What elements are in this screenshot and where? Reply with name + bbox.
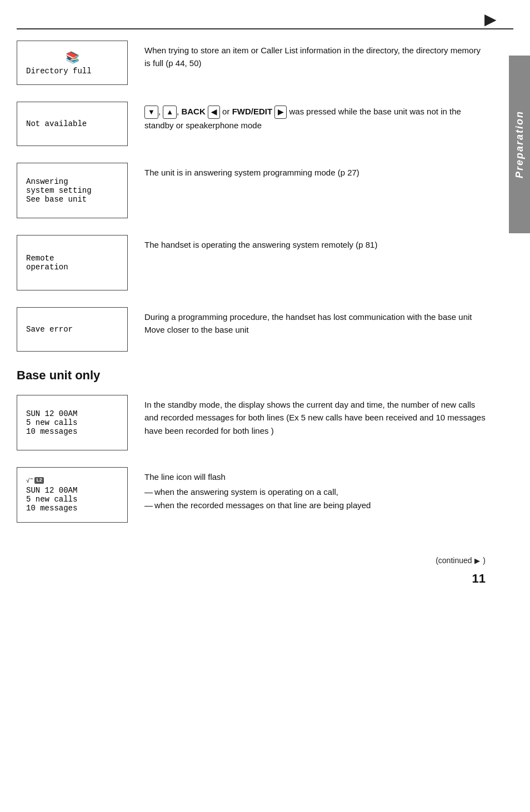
display-box-save-error: Save error (17, 307, 128, 352)
back-button: ◀ (208, 106, 220, 119)
desc-line-icon: The line icon will flash when the answer… (144, 467, 486, 512)
entry-row: Answering system setting See base unit T… (17, 163, 486, 218)
display-text-line1: Answering (26, 177, 68, 186)
side-tab-label: Preparation (514, 111, 526, 178)
section-header-base-unit: Base unit only (17, 368, 486, 383)
display-box-remote: Remote operation (17, 235, 128, 290)
main-content: 📚 Directory full When trying to store an… (0, 29, 530, 550)
fwdedit-button: ▶ (274, 106, 287, 119)
fwdedit-label: FWD/EDIT (232, 107, 273, 116)
display-text-line3: 10 messages (26, 504, 77, 513)
entry-row: Not available ▼, ▲, BACK ◀ or FWD/EDIT ▶… (17, 102, 486, 146)
entry-row: SUN 12 00AM 5 new calls 10 messages In t… (17, 395, 486, 450)
desc-intro: The line icon will flash (144, 472, 226, 482)
antenna-symbol: √˜ (26, 478, 33, 484)
list-item: when the answering system is operating o… (144, 485, 486, 498)
display-text-line3: 10 messages (26, 427, 77, 436)
display-box-not-available: Not available (17, 102, 128, 146)
top-arrow-icon: ▶ (484, 10, 497, 28)
back-label: BACK (181, 107, 205, 116)
desc-save-error: During a programming procedure, the hand… (144, 307, 486, 337)
line-icon-row: √˜ L2 (26, 477, 44, 485)
display-text-line3: See base unit (26, 195, 87, 204)
display-text-line2: 5 new calls (26, 418, 77, 427)
display-box-directory-full: 📚 Directory full (17, 41, 128, 85)
entry-row: Save error During a programming procedur… (17, 307, 486, 352)
display-box-answering: Answering system setting See base unit (17, 163, 128, 218)
display-text-line1: SUN 12 00AM (26, 486, 77, 495)
desc-answering: The unit is in answering system programm… (144, 163, 486, 179)
display-box-line-icon: √˜ L2 SUN 12 00AM 5 new calls 10 message… (17, 467, 128, 523)
display-box-standby: SUN 12 00AM 5 new calls 10 messages (17, 395, 128, 450)
desc-not-available: ▼, ▲, BACK ◀ or FWD/EDIT ▶ was pressed w… (144, 102, 486, 132)
desc-directory-full: When trying to store an item or Caller L… (144, 41, 486, 70)
line-icon-label: L2 (34, 477, 44, 484)
desc-remote: The handset is operating the answering s… (144, 235, 486, 251)
book-icon: 📚 (66, 51, 79, 64)
display-text-line2: 5 new calls (26, 495, 77, 504)
entry-row: √˜ L2 SUN 12 00AM 5 new calls 10 message… (17, 467, 486, 523)
footer-continued: (continued ▶ ) (0, 550, 530, 570)
display-text: Save error (26, 325, 73, 334)
continued-text: (continued ▶ ) (436, 556, 486, 565)
display-text-line2: system setting (26, 186, 92, 195)
list-item: when the recorded messages on that line … (144, 499, 486, 512)
entry-row: Remote operation The handset is operatin… (17, 235, 486, 290)
desc-standby: In the standby mode, the display shows t… (144, 395, 486, 437)
top-arrow-area: ▶ (0, 0, 530, 28)
display-text-line2: operation (26, 263, 68, 272)
entry-row: 📚 Directory full When trying to store an… (17, 41, 486, 85)
display-text-line1: Remote (26, 254, 54, 263)
up-button: ▲ (163, 106, 177, 119)
continued-close: ) (483, 556, 486, 565)
down-button: ▼ (144, 106, 158, 119)
display-text: Directory full (26, 67, 92, 76)
page-number: 11 (0, 572, 530, 586)
display-text: Not available (26, 119, 87, 128)
continued-label: (continued (436, 556, 472, 565)
side-tab: Preparation (509, 56, 530, 233)
bullet-list: when the answering system is operating o… (144, 485, 486, 512)
continued-arrow-icon: ▶ (474, 557, 480, 565)
display-text-line1: SUN 12 00AM (26, 409, 77, 418)
